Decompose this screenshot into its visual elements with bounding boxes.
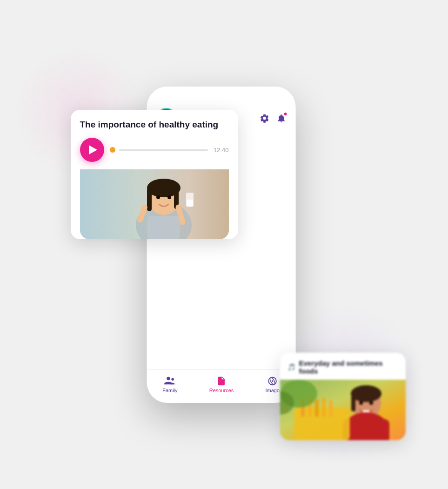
secondary-card-image [280, 380, 406, 440]
nav-label-imago: Imago [265, 388, 280, 393]
secondary-card-icon: 🎵 [288, 363, 295, 371]
card-illustration [80, 169, 229, 239]
svg-point-23 [359, 401, 363, 405]
svg-point-0 [167, 376, 170, 380]
card-image-placeholder [80, 169, 229, 239]
svg-rect-10 [147, 188, 152, 211]
play-button[interactable] [80, 138, 104, 162]
svg-rect-18 [147, 216, 180, 239]
audio-player: 12:40 [80, 138, 229, 162]
bottom-navigation: Family Resources Imago [147, 369, 295, 403]
svg-rect-32 [322, 397, 326, 417]
phone-notch [198, 87, 244, 100]
progress-bar-fill [119, 149, 124, 151]
svg-point-4 [272, 380, 274, 382]
notifications-icon[interactable] [276, 113, 286, 123]
svg-point-13 [167, 195, 171, 199]
nav-label-family: Family [162, 388, 177, 393]
header-icons [259, 113, 286, 123]
audio-card-title: The importance of healthy eating [80, 119, 229, 131]
audio-card: The importance of healthy eating 12:40 [71, 110, 238, 240]
svg-rect-31 [315, 399, 319, 417]
nav-item-family[interactable]: Family [162, 376, 177, 393]
secondary-card-title: Everyday and sometimes foods [299, 359, 398, 375]
nav-item-imago[interactable]: Imago [265, 376, 280, 393]
svg-point-1 [171, 378, 174, 381]
progress-bar-background[interactable] [119, 149, 208, 151]
secondary-card-header: 🎵 Everyday and sometimes foods [280, 353, 406, 380]
secondary-image-placeholder [280, 380, 406, 440]
secondary-card: 🎵 Everyday and sometimes foods [280, 353, 406, 440]
play-icon [89, 145, 97, 154]
nav-item-resources[interactable]: Resources [209, 376, 234, 393]
progress-dot [110, 147, 115, 153]
settings-icon[interactable] [259, 113, 269, 123]
progress-area [110, 147, 208, 153]
svg-rect-22 [351, 393, 355, 411]
svg-rect-16 [187, 200, 193, 207]
svg-point-24 [369, 401, 373, 405]
secondary-illustration [280, 380, 406, 440]
nav-label-resources: Resources [209, 388, 234, 393]
notification-badge [283, 112, 287, 116]
card-image [80, 169, 229, 239]
svg-point-12 [156, 195, 160, 199]
svg-rect-33 [329, 400, 333, 417]
duration-label: 12:40 [214, 147, 229, 154]
